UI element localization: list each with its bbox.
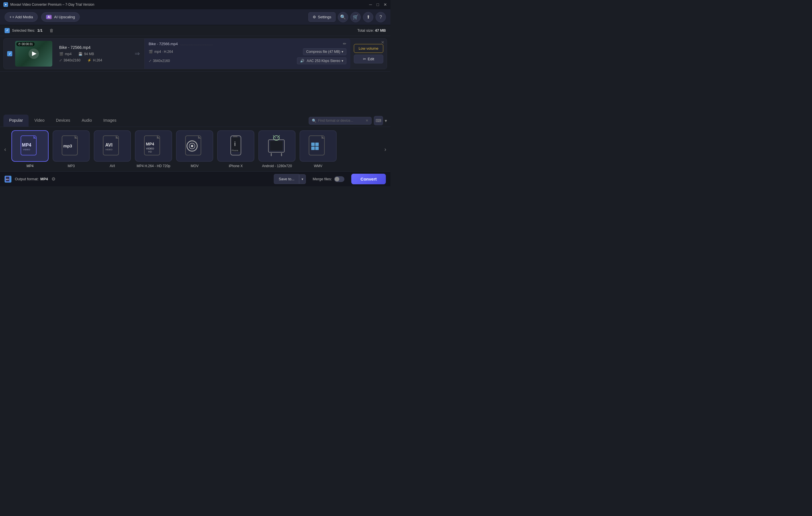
settings-button[interactable]: ⚙ Settings — [309, 12, 336, 22]
output-format-icon-sm: MP4 — [5, 176, 11, 183]
play-button[interactable] — [29, 49, 39, 59]
format-tabs: Popular Video Devices Audio Images 🔍 ✕ ⌨… — [0, 115, 390, 127]
add-media-button[interactable]: + + Add Media — [5, 12, 38, 22]
format-icon-mp3: mp3 — [53, 130, 90, 162]
svg-text:mp3: mp3 — [63, 144, 72, 148]
search-button[interactable]: 🔍 — [338, 12, 348, 22]
app-icon — [3, 2, 8, 7]
svg-rect-39 — [311, 143, 315, 146]
format-icon: 🎬 — [59, 52, 63, 56]
format-grid: MP4 VIDEO MP4 mp3 MP3 — [10, 130, 380, 168]
svg-text:VIDEO: VIDEO — [23, 148, 30, 151]
file-list-area: ⏱ 00:00:31 Bike - 72566.mp4 🎬 mp4 💾 94 M… — [0, 36, 390, 72]
title-bar: Movavi Video Converter Premium – 7-Day T… — [0, 0, 390, 9]
thumbnail-time: ⏱ 00:00:31 — [16, 42, 35, 46]
next-formats-button[interactable]: › — [380, 146, 390, 153]
delete-selected-button[interactable]: 🗑 — [50, 28, 54, 33]
help-button[interactable]: ? — [376, 12, 386, 22]
svg-text:MP4: MP4 — [22, 143, 31, 147]
settings-icon: ⚙ — [313, 15, 316, 19]
svg-text:VIDEO: VIDEO — [106, 148, 113, 151]
svg-text:HD: HD — [148, 150, 152, 153]
file-size-prop: 💾 94 MB — [78, 52, 94, 56]
tab-images[interactable]: Images — [97, 115, 122, 127]
maximize-button[interactable]: □ — [377, 3, 379, 6]
format-item-mp4hd[interactable]: MP4 VIDEO HD MP4 H.264 - HD 720p — [135, 130, 172, 168]
tab-devices[interactable]: Devices — [50, 115, 76, 127]
format-search-icon: 🔍 — [312, 119, 316, 123]
format-area: Popular Video Devices Audio Images 🔍 ✕ ⌨… — [0, 115, 390, 172]
svg-text:MP4: MP4 — [146, 142, 154, 146]
app-title: Movavi Video Converter Premium – 7-Day T… — [10, 3, 94, 6]
convert-arrow: ⇒ — [130, 38, 144, 69]
file-props-bottom: ⤢ 3840x2160 ⚡ H.264 — [59, 58, 126, 62]
rename-button[interactable]: ✏ — [343, 41, 346, 46]
edit-button[interactable]: ✂ Edit — [354, 55, 383, 63]
svg-point-22 — [191, 145, 193, 147]
format-icon-android — [258, 130, 295, 162]
select-all-wrap[interactable]: Selected files: 1/1 — [5, 28, 42, 33]
format-label-mp4hd: MP4 H.264 - HD 720p — [137, 164, 170, 168]
format-icon-mp4: MP4 VIDEO — [11, 130, 49, 162]
share-button[interactable]: ⬆ — [363, 12, 373, 22]
screenshot-button[interactable]: ⌨ — [374, 116, 383, 125]
merge-toggle[interactable] — [334, 176, 344, 182]
low-volume-button[interactable]: Low volume — [354, 44, 383, 53]
total-size: Total size: 47 MB — [357, 28, 386, 33]
chevron-right-icon: › — [384, 146, 386, 153]
format-item-mp3[interactable]: mp3 MP3 — [53, 130, 90, 168]
format-search-box[interactable]: 🔍 ✕ — [309, 117, 372, 125]
chevron-left-icon: ‹ — [4, 146, 6, 153]
output-settings-button[interactable]: ⚙ — [52, 176, 55, 182]
screenshot-icon: ⌨ — [376, 118, 381, 123]
expand-button[interactable]: ▾ — [385, 118, 387, 123]
close-button[interactable]: ✕ — [383, 3, 387, 6]
format-item-mp4[interactable]: MP4 VIDEO MP4 — [11, 130, 49, 168]
format-item-android[interactable]: Android - 1280x720 — [258, 130, 295, 168]
svg-point-34 — [277, 138, 278, 138]
file-output: Bike - 72566.mp4 .......................… — [144, 38, 350, 69]
format-label-avi: AVI — [110, 164, 115, 168]
format-item-wmv[interactable]: WMV — [299, 130, 337, 168]
bottom-bar: MP4 Output format: MP4 ⚙ Save to... ▾ Me… — [0, 172, 390, 186]
ai-upscaling-button[interactable]: AI AI Upscaling — [41, 12, 80, 22]
minimize-button[interactable]: ─ — [369, 3, 372, 6]
edit-label: Edit — [368, 57, 374, 61]
remove-file-button[interactable]: ✕ — [381, 40, 384, 44]
ai-upscaling-label: AI Upscaling — [54, 15, 75, 19]
audio-dropdown[interactable]: 🔊 AAC 253 Kbps Stereo ▾ — [297, 57, 346, 64]
save-to-wrap: Save to... ▾ — [274, 174, 306, 184]
tab-video[interactable]: Video — [29, 115, 50, 127]
file-thumbnail[interactable]: ⏱ 00:00:31 — [15, 41, 52, 67]
merge-files-wrap: Merge files: — [313, 176, 344, 182]
prev-formats-button[interactable]: ‹ — [0, 146, 10, 153]
format-icon-mov — [176, 130, 213, 162]
file-item-left: ⏱ 00:00:31 — [4, 38, 56, 69]
svg-rect-25 — [233, 136, 237, 137]
format-item-avi[interactable]: AVI VIDEO AVI — [94, 130, 131, 168]
file-checkbox[interactable] — [7, 51, 12, 56]
output-resolution-icon: ⤢ — [149, 59, 151, 63]
search-clear-button[interactable]: ✕ — [366, 119, 369, 123]
ai-badge: AI — [46, 15, 52, 19]
audio-dropdown-arrow: ▾ — [342, 59, 343, 63]
format-item-mov[interactable]: MOV — [176, 130, 213, 168]
save-to-button[interactable]: Save to... — [274, 174, 299, 184]
cart-button[interactable]: 🛒 — [350, 12, 361, 22]
format-search-input[interactable] — [318, 119, 364, 123]
format-icon-iphonex: i Phone — [217, 130, 254, 162]
clock-icon: ⏱ — [18, 42, 21, 46]
format-grid-wrap: ‹ MP4 VIDEO MP4 — [0, 127, 390, 172]
save-to-dropdown-button[interactable]: ▾ — [299, 174, 306, 184]
format-item-iphonex[interactable]: i Phone iPhone X — [217, 130, 254, 168]
select-all-checkbox[interactable] — [5, 28, 10, 33]
convert-button[interactable]: Convert — [351, 174, 386, 184]
svg-rect-29 — [270, 141, 283, 151]
svg-rect-40 — [315, 143, 319, 146]
titlebar-controls[interactable]: ─ □ ✕ — [369, 3, 387, 6]
merge-label-text: Merge files: — [313, 177, 332, 181]
tab-audio[interactable]: Audio — [76, 115, 98, 127]
tab-popular[interactable]: Popular — [3, 115, 29, 127]
compress-dropdown[interactable]: Compress file (47 MB) ▾ — [303, 48, 346, 55]
scissors-icon: ✂ — [363, 57, 366, 61]
